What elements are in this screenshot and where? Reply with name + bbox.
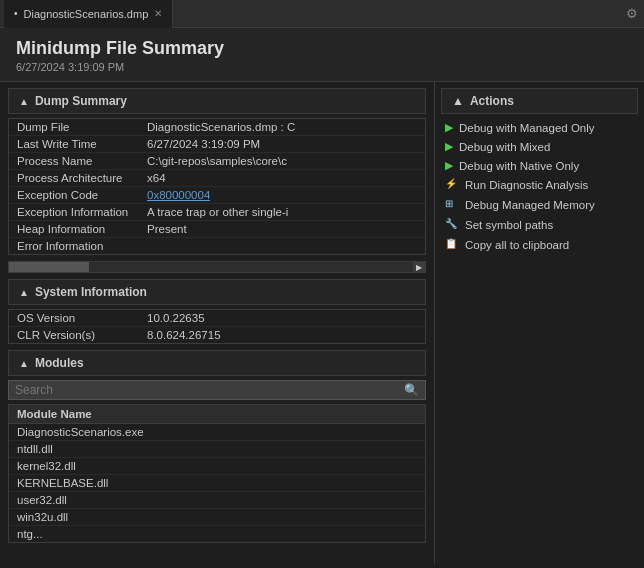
table-row: Last Write Time 6/27/2024 3:19:09 PM	[9, 136, 425, 153]
table-row: Error Information	[9, 238, 425, 254]
play-icon: ▶	[445, 121, 453, 134]
main-layout: ▲ Dump Summary Dump File DiagnosticScena…	[0, 82, 644, 564]
gear-icon[interactable]: ⚙	[626, 6, 638, 21]
list-item[interactable]: ntdll.dll	[9, 441, 425, 458]
list-item[interactable]: win32u.dll	[9, 509, 425, 526]
play-icon: ▶	[445, 140, 453, 153]
row-value: DiagnosticScenarios.dmp : C	[147, 121, 295, 133]
page-header: Minidump File Summary 6/27/2024 3:19:09 …	[0, 28, 644, 82]
tab-modified-dot: •	[14, 8, 18, 19]
table-row: Heap Information Present	[9, 221, 425, 238]
left-panel: ▲ Dump Summary Dump File DiagnosticScena…	[0, 82, 434, 564]
list-item[interactable]: ntg...	[9, 526, 425, 542]
row-value: 6/27/2024 3:19:09 PM	[147, 138, 260, 150]
row-label: Exception Information	[17, 206, 147, 218]
actions-label: Actions	[470, 94, 514, 108]
action-debug-native-only[interactable]: ▶ Debug with Native Only	[435, 156, 644, 175]
diagnostic-icon: ⚡	[445, 178, 459, 192]
row-value: C:\git-repos\samples\core\c	[147, 155, 287, 167]
row-value: 8.0.624.26715	[147, 329, 221, 341]
table-row: Exception Code 0x80000004	[9, 187, 425, 204]
row-value: 10.0.22635	[147, 312, 205, 324]
scroll-right-arrow[interactable]: ▶	[413, 262, 425, 272]
search-icon: 🔍	[404, 383, 419, 397]
action-label: Run Diagnostic Analysis	[465, 179, 588, 191]
right-panel: ▲ Actions ▶ Debug with Managed Only ▶ De…	[434, 82, 644, 564]
action-set-symbol-paths[interactable]: 🔧 Set symbol paths	[435, 215, 644, 235]
modules-label: Modules	[35, 356, 84, 370]
actions-arrow: ▲	[452, 94, 464, 108]
list-item[interactable]: DiagnosticScenarios.exe	[9, 424, 425, 441]
row-label: Process Name	[17, 155, 147, 167]
modules-column-header: Module Name	[9, 405, 425, 424]
table-row: CLR Version(s) 8.0.624.26715	[9, 327, 425, 343]
action-label: Debug with Native Only	[459, 160, 579, 172]
dump-summary-table: Dump File DiagnosticScenarios.dmp : C La…	[8, 118, 426, 255]
action-debug-managed-memory[interactable]: ⊞ Debug Managed Memory	[435, 195, 644, 215]
table-row: OS Version 10.0.22635	[9, 310, 425, 327]
table-row: Process Name C:\git-repos\samples\core\c	[9, 153, 425, 170]
row-label: Dump File	[17, 121, 147, 133]
tab-close-button[interactable]: ✕	[154, 8, 162, 19]
action-label: Debug Managed Memory	[465, 199, 595, 211]
row-value-link[interactable]: 0x80000004	[147, 189, 210, 201]
action-copy-all-to-clipboard[interactable]: 📋 Copy all to clipboard	[435, 235, 644, 255]
row-value: Present	[147, 223, 187, 235]
list-item[interactable]: user32.dll	[9, 492, 425, 509]
row-label: Last Write Time	[17, 138, 147, 150]
table-row: Exception Information A trace trap or ot…	[9, 204, 425, 221]
action-label: Set symbol paths	[465, 219, 553, 231]
row-label: Heap Information	[17, 223, 147, 235]
tab-label: DiagnosticScenarios.dmp	[24, 8, 149, 20]
modules-header[interactable]: ▲ Modules	[8, 350, 426, 376]
action-debug-managed-only[interactable]: ▶ Debug with Managed Only	[435, 118, 644, 137]
scrollbar-thumb[interactable]	[9, 262, 89, 272]
table-row: Process Architecture x64	[9, 170, 425, 187]
system-info-arrow: ▲	[19, 287, 29, 298]
search-box[interactable]: 🔍	[8, 380, 426, 400]
page-subtitle: 6/27/2024 3:19:09 PM	[16, 61, 628, 73]
modules-arrow: ▲	[19, 358, 29, 369]
modules-table: Module Name DiagnosticScenarios.exe ntdl…	[8, 404, 426, 543]
system-information-table: OS Version 10.0.22635 CLR Version(s) 8.0…	[8, 309, 426, 344]
symbol-icon: 🔧	[445, 218, 459, 232]
list-item[interactable]: kernel32.dll	[9, 458, 425, 475]
horizontal-scrollbar[interactable]: ▶	[8, 261, 426, 273]
play-icon: ▶	[445, 159, 453, 172]
tab-bar: • DiagnosticScenarios.dmp ✕ ⚙	[0, 0, 644, 28]
row-label: OS Version	[17, 312, 147, 324]
table-row: Dump File DiagnosticScenarios.dmp : C	[9, 119, 425, 136]
row-value: A trace trap or other single-i	[147, 206, 288, 218]
system-info-label: System Information	[35, 285, 147, 299]
active-tab[interactable]: • DiagnosticScenarios.dmp ✕	[4, 0, 173, 28]
action-label: Debug with Managed Only	[459, 122, 595, 134]
clipboard-icon: 📋	[445, 238, 459, 252]
page-title: Minidump File Summary	[16, 38, 628, 59]
actions-header[interactable]: ▲ Actions	[441, 88, 638, 114]
action-debug-mixed[interactable]: ▶ Debug with Mixed	[435, 137, 644, 156]
action-run-diagnostic[interactable]: ⚡ Run Diagnostic Analysis	[435, 175, 644, 195]
row-value: x64	[147, 172, 166, 184]
list-item[interactable]: KERNELBASE.dll	[9, 475, 425, 492]
dump-summary-header[interactable]: ▲ Dump Summary	[8, 88, 426, 114]
action-label: Debug with Mixed	[459, 141, 550, 153]
row-label: Error Information	[17, 240, 147, 252]
row-label: Process Architecture	[17, 172, 147, 184]
system-information-header[interactable]: ▲ System Information	[8, 279, 426, 305]
search-input[interactable]	[15, 383, 404, 397]
row-label: CLR Version(s)	[17, 329, 147, 341]
action-label: Copy all to clipboard	[465, 239, 569, 251]
memory-icon: ⊞	[445, 198, 459, 212]
row-label: Exception Code	[17, 189, 147, 201]
dump-summary-arrow: ▲	[19, 96, 29, 107]
dump-summary-label: Dump Summary	[35, 94, 127, 108]
